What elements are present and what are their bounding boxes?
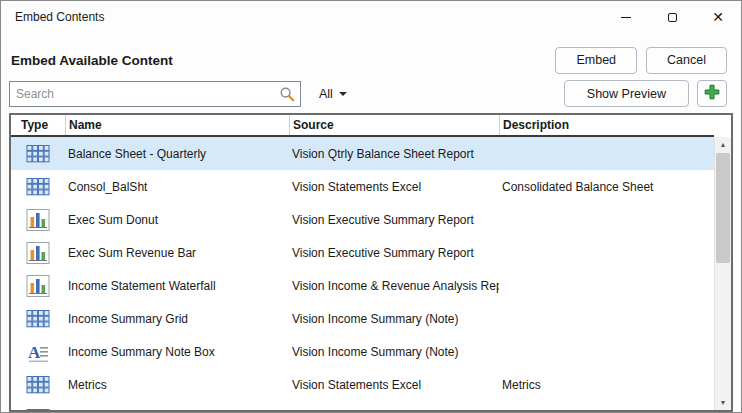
row-name: Income Statement Waterfall <box>65 279 289 293</box>
vertical-scrollbar[interactable]: ▲ ▼ <box>714 137 731 410</box>
note-icon: A <box>26 340 50 364</box>
row-type-cell <box>11 142 65 166</box>
grid-icon <box>26 142 50 166</box>
table-row[interactable]: Income Summary GridVision Income Summary… <box>11 302 714 335</box>
row-source: Vision Statements Excel <box>289 180 499 194</box>
row-source: Vision Statements Excel <box>289 378 499 392</box>
header-buttons: Embed Cancel <box>555 47 727 74</box>
embed-contents-dialog: Embed Contents ✕ Embed Available Content… <box>0 0 742 413</box>
table-row[interactable]: Exec Sum Revenue BarVision Executive Sum… <box>11 236 714 269</box>
chart-icon <box>26 274 50 298</box>
row-name: Income Summary Note Box <box>65 345 289 359</box>
row-source: Vision Income Summary (Note) <box>289 312 499 326</box>
close-icon: ✕ <box>712 10 724 24</box>
chevron-down-icon <box>339 92 347 96</box>
row-source: Vision Executive Summary Report <box>289 246 499 260</box>
row-type-cell <box>11 373 65 397</box>
grid-icon <box>26 307 50 331</box>
row-type-cell <box>11 175 65 199</box>
row-type-cell <box>11 274 65 298</box>
cancel-button[interactable]: Cancel <box>646 47 727 74</box>
column-header-name[interactable]: Name <box>65 115 289 135</box>
table-body: Balance Sheet - QuarterlyVision Qtrly Ba… <box>11 137 714 410</box>
row-source: Vision Qtrly Balance Sheet Report <box>289 147 499 161</box>
table-row[interactable]: Income Statement WaterfallVision Income … <box>11 269 714 302</box>
header-row: Embed Available Content Embed Cancel <box>11 46 727 74</box>
maximize-button[interactable] <box>649 1 695 33</box>
column-header-description[interactable]: Description <box>499 115 714 135</box>
row-description: Metrics <box>499 378 714 392</box>
scroll-down-icon[interactable]: ▼ <box>715 395 731 410</box>
plus-icon <box>703 83 721 104</box>
column-header-type[interactable]: Type <box>11 115 65 135</box>
column-header-source[interactable]: Source <box>289 115 499 135</box>
row-type-cell <box>11 208 65 232</box>
row-name: Consol_BalSht <box>65 180 289 194</box>
titlebar: Embed Contents ✕ <box>1 1 741 33</box>
maximize-icon <box>668 13 677 22</box>
window-controls: ✕ <box>603 1 741 33</box>
window-title: Embed Contents <box>1 10 104 24</box>
row-name: Exec Sum Donut <box>65 213 289 227</box>
scrollbar-thumb[interactable] <box>716 153 730 263</box>
search-icon[interactable] <box>279 86 295 102</box>
row-source: Vision Income & Revenue Analysis Report <box>289 279 499 293</box>
toolbar: All Show Preview <box>9 80 727 107</box>
search-input[interactable] <box>10 87 279 101</box>
grid-icon <box>26 175 50 199</box>
table-row[interactable]: Balance Sheet - QuarterlyVision Qtrly Ba… <box>11 137 714 170</box>
grid-icon <box>26 406 50 411</box>
grid-icon <box>26 373 50 397</box>
embed-button[interactable]: Embed <box>555 47 637 74</box>
row-source: Vision Executive Summary Report <box>289 213 499 227</box>
row-type-cell <box>11 406 65 411</box>
row-source: Vision Income Summary (Note) <box>289 345 499 359</box>
row-name: Metrics <box>65 378 289 392</box>
filter-dropdown-label: All <box>319 87 333 101</box>
search-box <box>9 81 301 107</box>
scroll-up-icon[interactable]: ▲ <box>715 137 731 152</box>
table-row[interactable]: Rev_GOSVision Statements Excel <box>11 401 714 410</box>
minimize-icon <box>621 17 631 18</box>
close-button[interactable]: ✕ <box>695 1 741 33</box>
add-content-button[interactable] <box>697 80 727 107</box>
row-name: Income Summary Grid <box>65 312 289 326</box>
row-name: Exec Sum Revenue Bar <box>65 246 289 260</box>
table-row[interactable]: MetricsVision Statements ExcelMetrics <box>11 368 714 401</box>
page-title: Embed Available Content <box>11 53 173 68</box>
minimize-button[interactable] <box>603 1 649 33</box>
chart-icon <box>26 241 50 265</box>
table-header: Type Name Source Description <box>11 115 714 137</box>
row-type-cell <box>11 241 65 265</box>
show-preview-button[interactable]: Show Preview <box>564 80 689 107</box>
table-row[interactable]: Exec Sum DonutVision Executive Summary R… <box>11 203 714 236</box>
table-row[interactable]: Consol_BalShtVision Statements ExcelCons… <box>11 170 714 203</box>
row-name: Balance Sheet - Quarterly <box>65 147 289 161</box>
chart-icon <box>26 208 50 232</box>
content-table: Type Name Source Description Balance She… <box>9 113 733 412</box>
row-type-cell <box>11 307 65 331</box>
table-row[interactable]: AIncome Summary Note BoxVision Income Su… <box>11 335 714 368</box>
filter-dropdown[interactable]: All <box>317 83 349 105</box>
svg-text:A: A <box>28 343 41 362</box>
row-description: Consolidated Balance Sheet <box>499 180 714 194</box>
row-type-cell: A <box>11 340 65 364</box>
